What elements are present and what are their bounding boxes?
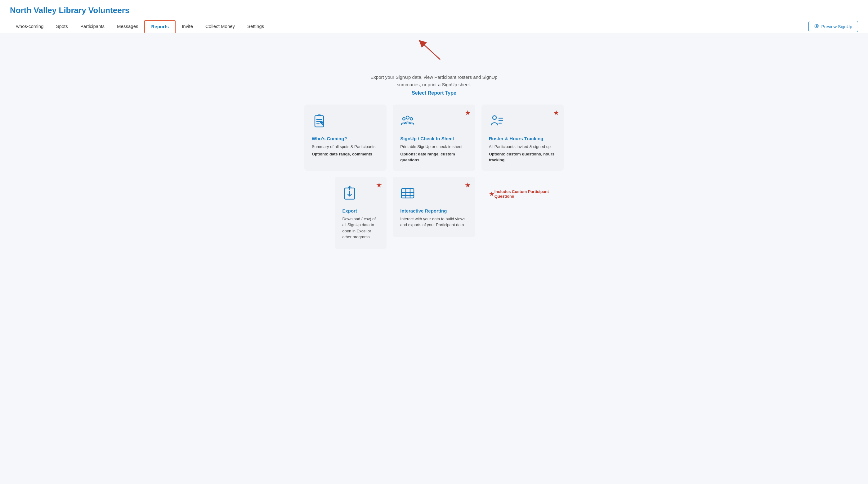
card-checkin[interactable]: ★ SignUp / Check-In Sheet Printable Sign… bbox=[393, 104, 475, 171]
card-whos-coming-desc: Summary of all spots & Participants bbox=[312, 144, 379, 150]
card-whos-coming-options: Options: date range, comments bbox=[312, 151, 379, 157]
svg-rect-17 bbox=[401, 189, 414, 198]
top-header: North Valley Library Volunteers whos-com… bbox=[0, 0, 868, 33]
svg-point-9 bbox=[410, 118, 412, 120]
card-roster[interactable]: ★ Roster & Hours Tracking All Participan… bbox=[482, 104, 564, 171]
preview-btn-label: Preview SignUp bbox=[821, 24, 852, 29]
card-export[interactable]: ★ Export Download (.csv) of all SignUp d… bbox=[335, 177, 386, 249]
card-roster-desc: All Participants invited & signed up bbox=[489, 144, 556, 150]
page-subtitle: Export your SignUp data, view Participan… bbox=[304, 73, 564, 88]
legend-label: Includes Custom Participant Questions bbox=[495, 189, 556, 199]
nav-row: whos-coming Spots Participants Messages … bbox=[10, 20, 858, 33]
card-roster-options: Options: custom questions, hours trackin… bbox=[489, 151, 556, 163]
nav-tabs: whos-coming Spots Participants Messages … bbox=[10, 20, 270, 33]
roster-star-icon: ★ bbox=[553, 109, 559, 117]
roster-icon bbox=[489, 113, 556, 131]
card-whos-coming[interactable]: Who's Coming? Summary of all spots & Par… bbox=[304, 104, 386, 171]
tab-participants[interactable]: Participants bbox=[74, 21, 111, 33]
clipboard-icon bbox=[312, 113, 379, 131]
export-star-icon: ★ bbox=[376, 181, 382, 189]
card-checkin-title: SignUp / Check-In Sheet bbox=[400, 136, 467, 141]
cards-grid-top: Who's Coming? Summary of all spots & Par… bbox=[304, 104, 564, 171]
checkin-icon bbox=[400, 113, 467, 131]
tab-collect-money[interactable]: Collect Money bbox=[199, 21, 241, 33]
svg-point-0 bbox=[816, 25, 817, 27]
arrow-annotation bbox=[304, 39, 564, 61]
main-content: Export your SignUp data, view Participan… bbox=[294, 33, 574, 261]
legend-area: ★ Includes Custom Participant Questions bbox=[482, 177, 564, 206]
arrow-svg bbox=[415, 39, 453, 61]
tab-invite[interactable]: Invite bbox=[176, 21, 199, 33]
table-icon bbox=[400, 185, 467, 203]
svg-point-10 bbox=[493, 116, 496, 119]
tab-reports[interactable]: Reports bbox=[144, 20, 176, 33]
select-report-label: Select Report Type bbox=[304, 90, 564, 96]
svg-point-8 bbox=[403, 118, 405, 120]
svg-point-7 bbox=[406, 116, 409, 119]
checkin-star-icon: ★ bbox=[465, 109, 471, 117]
tab-spots[interactable]: Spots bbox=[50, 21, 74, 33]
card-export-title: Export bbox=[342, 208, 379, 213]
card-checkin-options: Options: date range, custom questions bbox=[400, 151, 467, 163]
tab-settings[interactable]: Settings bbox=[241, 21, 270, 33]
preview-signup-button[interactable]: Preview SignUp bbox=[808, 21, 858, 32]
card-export-desc: Download (.csv) of all SignUp data to op… bbox=[342, 216, 379, 240]
svg-line-1 bbox=[422, 42, 440, 60]
app-title: North Valley Library Volunteers bbox=[10, 6, 858, 15]
card-interactive-desc: Interact with your data to build views a… bbox=[400, 216, 467, 228]
card-interactive-title: Interactive Reporting bbox=[400, 208, 467, 213]
cards-grid-bottom: ★ Export Download (.csv) of all SignUp d… bbox=[304, 177, 564, 249]
card-whos-coming-title: Who's Coming? bbox=[312, 136, 379, 141]
export-icon bbox=[342, 185, 379, 203]
card-interactive[interactable]: ★ Interactive Reporting Interact with yo… bbox=[393, 177, 475, 237]
legend-star-icon: ★ bbox=[489, 190, 495, 198]
tab-messages[interactable]: Messages bbox=[111, 21, 144, 33]
tab-details[interactable]: whos-coming bbox=[10, 21, 50, 33]
card-roster-title: Roster & Hours Tracking bbox=[489, 136, 556, 141]
interactive-star-icon: ★ bbox=[465, 181, 471, 189]
eye-icon bbox=[814, 24, 819, 29]
card-checkin-desc: Printable SignUp or check-in sheet bbox=[400, 144, 467, 150]
